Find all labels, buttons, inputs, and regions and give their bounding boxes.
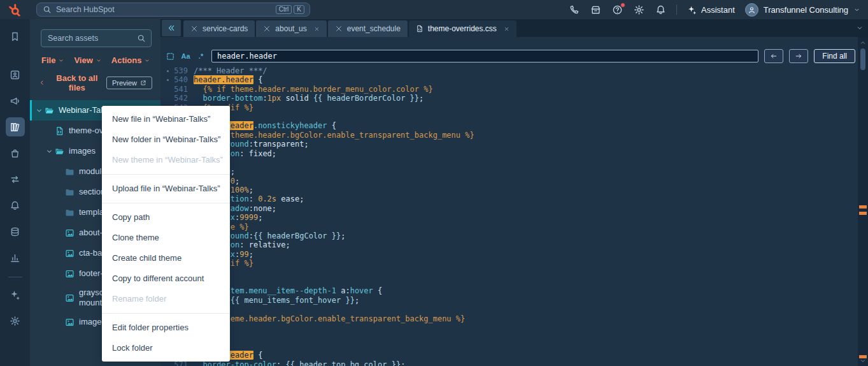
notification-badge — [620, 3, 625, 8]
view-menu[interactable]: View — [74, 55, 101, 65]
code-line[interactable]: 539/*** Header ***/ — [160, 66, 858, 75]
menu-item-new-folder-in-webinar-talks[interactable]: New folder in “Webinar-Talks” — [102, 129, 230, 150]
code-line[interactable]: 551 right:0; — [160, 177, 858, 186]
find-previous-button[interactable] — [764, 49, 783, 63]
code-line[interactable]: 542 border-bottom:1px solid {{ headerBor… — [160, 94, 858, 103]
menu-item-copy-path[interactable]: Copy path — [102, 207, 230, 228]
code-line[interactable]: 540header.header { — [160, 75, 858, 84]
rail-settings-icon[interactable] — [6, 311, 25, 330]
global-search-input[interactable] — [37, 5, 309, 14]
menu-item-upload-file-in-webinar-talks[interactable]: Upload file in “Webinar-Talks” — [102, 179, 230, 199]
help-icon[interactable] — [612, 4, 623, 15]
code-line[interactable]: 564 color:{{ menu_items_font_hover }}; — [160, 296, 858, 305]
code-line[interactable]: 569 — [160, 342, 858, 351]
tab-service-cards[interactable]: service-cards — [183, 20, 255, 37]
code-line[interactable]: 555 z-index:9999; — [160, 213, 858, 222]
asset-search-input[interactable] — [41, 34, 168, 43]
scrollbar-thumb[interactable] — [860, 48, 865, 70]
rail-reporting-icon[interactable] — [6, 248, 25, 267]
module-icon — [263, 25, 271, 33]
menu-item-clone-theme[interactable]: Clone theme — [102, 228, 230, 248]
find-match-marker — [859, 205, 867, 209]
code-line[interactable]: 552 width:100%; — [160, 186, 858, 194]
code-line[interactable]: 561} — [160, 268, 858, 277]
rail-ai-assistant-icon[interactable] — [6, 285, 25, 304]
expander-spacer — [55, 294, 64, 302]
match-case-icon[interactable]: Aa — [181, 52, 190, 61]
actions-menu[interactable]: Actions — [111, 55, 151, 65]
rail-content-icon[interactable] — [6, 117, 25, 136]
code-line[interactable]: 566{% if theme.header.bgColor.enable_tra… — [160, 314, 858, 323]
code-line[interactable]: 563.menu__item.menu__item--depth-1 a:hov… — [160, 286, 858, 295]
code-line[interactable]: 556 {% else %} — [160, 223, 858, 231]
tab-event-schedule[interactable]: event_schedule — [328, 20, 408, 37]
close-tab-icon[interactable] — [504, 26, 509, 32]
scroll-up-icon[interactable] — [859, 39, 867, 47]
expander-spacer — [55, 318, 64, 326]
expander-caret-icon[interactable] — [35, 106, 43, 115]
rail-alerts-icon[interactable] — [6, 196, 25, 215]
find-input[interactable] — [211, 50, 758, 62]
code-line[interactable]: 562 — [160, 277, 858, 286]
code-line[interactable]: 545header.header.nonstickyheader { — [160, 121, 858, 130]
menu-item-copy-to-different-account[interactable]: Copy to different account — [102, 268, 230, 289]
code-line[interactable]: 559 z-index:99; — [160, 250, 858, 259]
code-line[interactable]: 560 {% endif %} — [160, 259, 858, 268]
code-line[interactable]: 571 border-top-color: {{ header_top_bg_c… — [160, 360, 858, 366]
tab-theme-overrides-css[interactable]: theme-overrides.css — [409, 20, 516, 37]
hubspot-logo-icon[interactable] — [8, 3, 21, 17]
editor-scrollbar[interactable] — [858, 37, 868, 366]
code-line[interactable]: 546 {% if theme.header.bgColor.enable_tr… — [160, 131, 858, 140]
code-text: /*** Header ***/ — [194, 66, 267, 75]
code-line[interactable]: 547 background:transparent; — [160, 140, 858, 149]
menu-item-new-file-in-webinar-talks[interactable]: New file in “Webinar-Talks” — [102, 109, 230, 129]
rail-commerce-icon[interactable] — [6, 143, 25, 163]
find-next-button[interactable] — [789, 49, 808, 63]
find-all-button[interactable]: Find all — [814, 49, 855, 63]
code-line[interactable]: 549 top:0; — [160, 158, 858, 167]
back-to-all-files-link[interactable]: Back to all files — [38, 73, 106, 92]
tab-about-us[interactable]: about_us — [256, 20, 326, 37]
code-line[interactable]: 554 box-shadow:none; — [160, 204, 858, 213]
regex-icon[interactable]: .* — [196, 52, 206, 61]
code-line[interactable]: 553 transition: 0.2s ease; — [160, 194, 858, 203]
close-tab-icon[interactable] — [314, 26, 320, 32]
view-menu-label: View — [74, 55, 92, 65]
code-line[interactable]: 570header.header { — [160, 351, 858, 360]
code-line[interactable]: 568 — [160, 332, 858, 341]
code-line[interactable]: 544} — [160, 112, 858, 121]
code-line[interactable]: 548 position: fixed; — [160, 149, 858, 158]
rail-crm-icon[interactable] — [6, 65, 25, 84]
tab-overflow-button[interactable] — [851, 19, 868, 37]
code-line[interactable]: 543 {% endif %} — [160, 103, 858, 112]
image-file-icon — [65, 293, 75, 303]
marketplace-icon[interactable] — [590, 4, 601, 15]
scroll-down-icon[interactable] — [859, 357, 867, 365]
code-line[interactable]: 557 background:{{ headerBgColor }}; — [160, 231, 858, 240]
assistant-button[interactable]: Assistant — [687, 5, 735, 15]
rail-automations-icon[interactable] — [6, 170, 25, 189]
menu-item-create-child-theme[interactable]: Create child theme — [102, 248, 230, 268]
code-line[interactable]: 567 — [160, 323, 858, 332]
code-line[interactable]: 558 position: relative; — [160, 240, 858, 249]
file-menu[interactable]: File — [41, 55, 64, 65]
rail-bookmarks-icon[interactable] — [6, 27, 25, 46]
menu-item-edit-folder-properties[interactable]: Edit folder properties — [102, 318, 230, 338]
folder-open-icon — [55, 147, 64, 156]
rail-data-icon[interactable] — [6, 222, 25, 241]
code-line[interactable]: 550 left:0; — [160, 167, 858, 176]
code-area[interactable]: 539/*** Header ***/540header.header {541… — [160, 66, 858, 366]
notifications-icon[interactable] — [655, 4, 666, 15]
code-line[interactable]: 541 {% if theme.header.menu.border_menu_… — [160, 85, 858, 94]
expander-caret-icon[interactable] — [45, 147, 53, 156]
settings-icon[interactable] — [634, 4, 644, 15]
menu-item-lock-folder[interactable]: Lock folder — [102, 338, 230, 358]
call-icon[interactable] — [569, 4, 580, 15]
asset-search[interactable] — [41, 29, 152, 47]
global-search[interactable]: Ctrl K — [36, 3, 310, 17]
code-line[interactable]: 565} — [160, 305, 858, 314]
account-menu-button[interactable]: Transfunnel Consulting — [745, 3, 860, 17]
preview-button[interactable]: Preview — [106, 77, 152, 89]
in-selection-icon[interactable] — [166, 52, 175, 61]
rail-marketing-icon[interactable] — [6, 91, 25, 110]
